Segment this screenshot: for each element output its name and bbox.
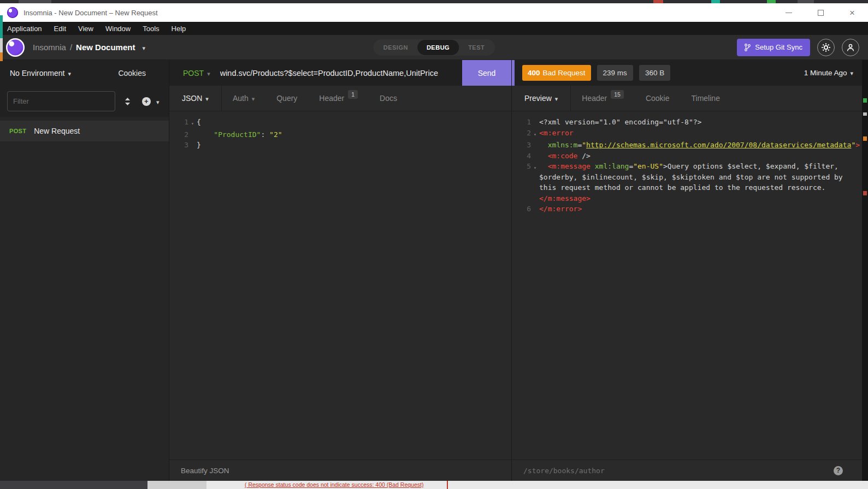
status-reason: Bad Request [543,69,586,77]
tab-label: Docs [380,94,397,103]
menu-view[interactable]: View [72,22,99,35]
breadcrumb: Insomnia / New Document [33,43,145,52]
background-mark [863,112,867,116]
background-error-text: ( Response status code does not indicate… [245,481,423,488]
sort-arrows-icon [125,98,131,105]
filter-input[interactable] [7,91,115,111]
header-count-badge: 15 [611,90,624,99]
tab-label: Query [276,94,297,103]
request-pane: POST wind.svc/Products?$select=ProductID… [169,60,512,481]
response-pane-footer [512,460,868,481]
account-button[interactable] [842,39,859,56]
insomnia-logo-small-icon [7,7,18,18]
chevron-down-icon [850,69,853,77]
tab-auth[interactable]: Auth [222,86,265,111]
tab-body-type[interactable]: JSON [169,86,222,111]
send-button[interactable]: Send [462,60,511,86]
background-mark [863,191,867,195]
response-pane: 400Bad Request 239 ms 360 B 1 Minute Ago… [512,60,868,481]
chevron-down-icon [156,97,160,106]
url-input[interactable]: wind.svc/Products?$select=ProductID,Prod… [220,69,459,77]
response-time-badge: 239 ms [597,65,633,81]
background-right-strip [862,60,868,481]
sort-button[interactable] [122,98,133,105]
tab-cookie[interactable]: Cookie [635,86,681,111]
request-body-editor[interactable]: 1▾{2 "ProductID": "2"3} [169,112,511,460]
help-icon[interactable] [834,466,843,475]
chevron-down-icon[interactable] [68,68,71,78]
request-list-item[interactable]: POST New Request [0,121,169,141]
tab-response-header[interactable]: Header 15 [571,86,635,111]
beautify-json-button[interactable]: Beautify JSON [181,467,229,475]
background-bottom-strip: ( Response status code does not indicate… [0,481,868,489]
background-left-sliver [0,52,3,61]
header-actions: Setup Git Sync [737,39,859,56]
close-icon: × [849,8,855,17]
response-filter-input[interactable] [523,467,834,475]
tab-preview[interactable]: Preview [512,86,571,111]
minimize-button[interactable] [773,3,805,22]
breadcrumb-document-name[interactable]: New Document [76,43,135,52]
insomnia-window: Insomnia - New Document – New Request × … [0,0,868,489]
background-segment [147,481,206,489]
add-request-button[interactable] [139,97,162,106]
response-size-badge: 360 B [639,65,670,81]
sidebar: No Environment Cookies [0,60,169,481]
titlebar: Insomnia - New Document – New Request × [0,3,868,22]
cookies-link[interactable]: Cookies [118,69,146,77]
background-segment [0,481,147,489]
chevron-down-icon[interactable] [142,43,145,52]
user-icon [846,43,855,52]
background-divider [447,481,448,489]
tab-docs[interactable]: Docs [369,86,408,111]
mode-tabs: DESIGN DEBUG TEST [373,39,495,56]
plus-circle-icon [142,97,151,106]
tab-timeline[interactable]: Timeline [681,86,731,111]
menu-application[interactable]: Application [1,22,48,35]
response-body-viewer[interactable]: 1<?xml version="1.0" encoding="utf-8"?>2… [512,112,862,460]
menu-help[interactable]: Help [166,22,192,35]
close-button[interactable]: × [836,3,868,22]
request-pane-footer: Beautify JSON [169,460,511,481]
response-history-dropdown[interactable]: 1 Minute Ago [804,69,853,77]
git-branch-icon [745,44,751,51]
tab-test[interactable]: TEST [459,40,494,55]
maximize-button[interactable] [805,3,836,22]
main-content: No Environment Cookies [0,60,868,481]
pane-divider-accent[interactable] [512,60,515,86]
minimize-icon [786,13,792,13]
background-mark [863,136,867,141]
background-left-sliver [0,38,3,52]
tab-design[interactable]: DESIGN [374,40,417,55]
menubar: Application Edit View Window Tools Help [0,22,868,35]
tab-query[interactable]: Query [265,86,308,111]
git-sync-label: Setup Git Sync [755,43,802,51]
insomnia-logo-icon[interactable] [6,38,25,57]
menu-edit[interactable]: Edit [48,22,72,35]
settings-button[interactable] [817,39,835,56]
tab-label: Timeline [692,94,720,103]
tab-label: Header [319,94,344,103]
chevron-down-icon [205,94,209,103]
menu-tools[interactable]: Tools [137,22,165,35]
request-list: POST New Request [0,117,169,481]
url-bar: POST wind.svc/Products?$select=ProductID… [169,60,511,86]
tab-debug[interactable]: DEBUG [417,40,459,55]
method-dropdown[interactable]: POST [183,69,204,77]
request-method-tag: POST [9,128,26,134]
history-label: 1 Minute Ago [804,69,847,77]
setup-git-sync-button[interactable]: Setup Git Sync [737,39,810,56]
tab-label: Auth [233,94,249,103]
request-tabs: JSON Auth Query Header 1 Docs [169,86,511,111]
breadcrumb-brand[interactable]: Insomnia [33,43,66,52]
response-tabs: Preview Header 15 Cookie Timeline [512,86,868,111]
chevron-down-icon[interactable] [207,68,210,78]
maximize-icon [818,10,824,16]
window-title: Insomnia - New Document – New Request [23,9,158,17]
chevron-down-icon [252,94,255,103]
window-controls: × [773,3,868,22]
tab-header[interactable]: Header 1 [308,86,369,111]
environment-selector[interactable]: No Environment [10,69,64,77]
tab-label: Cookie [646,94,670,103]
menu-window[interactable]: Window [99,22,137,35]
